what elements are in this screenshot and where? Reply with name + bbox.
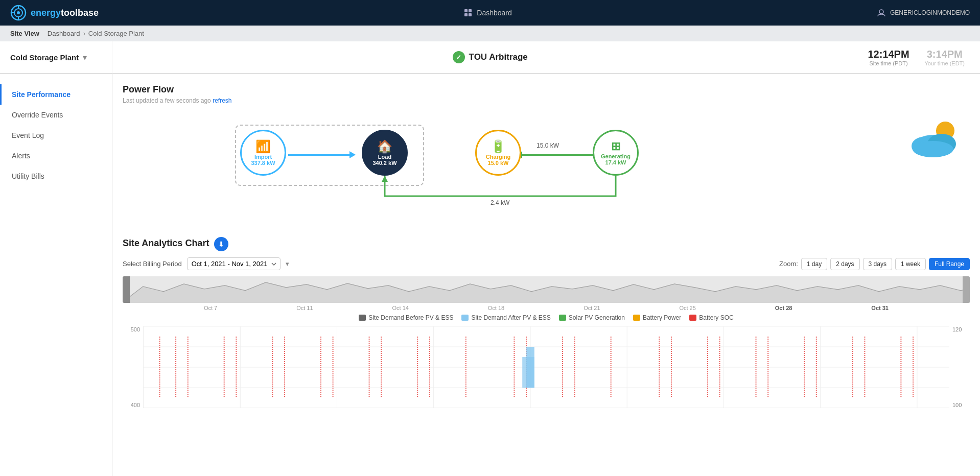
load-circle: 🏠 Load 340.2 kW xyxy=(362,130,408,176)
legend-dot-solar-pv xyxy=(559,315,566,321)
generating-circle: ⊞ Generating 17.4 kW xyxy=(593,130,639,176)
header-bar: Cold Storage Plant ▾ ✓ TOU Arbitrage 12:… xyxy=(0,41,980,74)
legend-battery-soc: Battery SOC xyxy=(689,314,733,321)
legend-site-demand-after: Site Demand After PV & ESS xyxy=(461,314,550,321)
svg-point-2 xyxy=(17,11,20,14)
y-axis-left: 500 400 xyxy=(123,326,143,408)
chevron-down-icon-billing: ▾ xyxy=(286,260,289,268)
site-time-label: Site time (PDT) xyxy=(868,60,909,66)
svg-point-17 xyxy=(913,141,953,157)
charging-circle: 🔋 Charging 15.0 kW xyxy=(475,130,521,176)
your-time-label: Your time (EDT) xyxy=(925,60,965,66)
svg-rect-8 xyxy=(464,13,468,16)
charging-node: 🔋 Charging 15.0 kW xyxy=(475,130,521,176)
chart-svg-area xyxy=(143,326,949,408)
load-node: 🏠 Load 340.2 kW xyxy=(362,130,408,176)
analytics-title: Site Analytics Chart xyxy=(123,238,209,249)
logo[interactable]: energytoolbase xyxy=(10,5,99,21)
legend-solar-pv: Solar PV Generation xyxy=(559,314,625,321)
breadcrumb-current: Cold Storage Plant xyxy=(88,30,144,37)
site-time-block: 12:14PM Site time (PDT) xyxy=(868,49,909,66)
legend-dot-battery-soc xyxy=(689,315,696,321)
site-name: Cold Storage Plant xyxy=(10,53,79,62)
breadcrumb-root[interactable]: Dashboard xyxy=(48,30,80,37)
power-flow-title: Power Flow xyxy=(123,84,970,95)
sidebar-item-site-performance[interactable]: Site Performance xyxy=(0,84,112,105)
arrow-generating-charging: 15.0 kW xyxy=(516,151,594,158)
your-time-block: 3:14PM Your time (EDT) xyxy=(925,49,965,66)
billing-period-label: Select Billing Period xyxy=(123,260,182,268)
svg-rect-66 xyxy=(526,347,534,388)
mini-chart-right-handle[interactable] xyxy=(963,276,970,303)
refresh-link[interactable]: refresh xyxy=(213,97,231,104)
legend-battery-power: Battery Power xyxy=(633,314,681,321)
analytics-header: Site Analytics Chart ⬇ xyxy=(123,237,970,251)
chevron-down-icon: ▾ xyxy=(83,53,87,62)
breadcrumb: Site View Dashboard › Cold Storage Plant xyxy=(0,26,980,41)
sidebar-item-alerts[interactable]: Alerts xyxy=(0,146,112,166)
logo-icon xyxy=(10,5,27,21)
site-time-value: 12:14PM xyxy=(868,49,909,60)
sidebar-item-utility-bills[interactable]: Utility Bills xyxy=(0,166,112,186)
sidebar: Site Performance Override Events Event L… xyxy=(0,74,112,476)
nav-right[interactable]: GENERICLOGINMONDEMO xyxy=(877,8,970,17)
main-layout: Site Performance Override Events Event L… xyxy=(0,74,980,476)
svg-text:2.4 kW: 2.4 kW xyxy=(491,199,510,206)
download-button[interactable]: ⬇ xyxy=(214,237,228,251)
status-dot: ✓ xyxy=(453,51,465,63)
dashboard-icon xyxy=(463,8,473,17)
svg-rect-9 xyxy=(469,13,472,16)
svg-rect-7 xyxy=(469,9,472,12)
cloud-icon xyxy=(908,120,960,162)
sidebar-item-event-log[interactable]: Event Log xyxy=(0,125,112,146)
page-main-title: Site View xyxy=(10,30,39,37)
chart-dates: Oct 7 Oct 11 Oct 14 Oct 18 Oct 21 Oct 25… xyxy=(123,305,970,311)
user-icon xyxy=(877,8,886,17)
legend-site-demand-before: Site Demand Before PV & ESS xyxy=(359,314,453,321)
mini-chart[interactable] xyxy=(123,276,970,303)
top-nav: energytoolbase Dashboard GENERICLOGINMON… xyxy=(0,0,980,26)
billing-period-left: Select Billing Period Oct 1, 2021 - Nov … xyxy=(123,257,289,270)
zoom-label: Zoom: xyxy=(779,260,798,268)
generating-node: ⊞ Generating 17.4 kW xyxy=(593,130,639,176)
zoom-1day-button[interactable]: 1 day xyxy=(801,258,827,270)
billing-period-select[interactable]: Oct 1, 2021 - Nov 1, 2021 xyxy=(187,257,281,270)
user-name: GENERICLOGINMONDEMO xyxy=(890,9,970,16)
billing-period-row: Select Billing Period Oct 1, 2021 - Nov … xyxy=(123,257,970,270)
svg-rect-6 xyxy=(464,9,468,12)
import-node: 📶 Import 337.8 kW xyxy=(240,130,286,176)
legend-dot-battery-power xyxy=(633,315,640,321)
legend-dot-site-demand-before xyxy=(359,315,366,321)
zoom-1week-button[interactable]: 1 week xyxy=(895,258,926,270)
main-chart: 500 400 xyxy=(123,326,970,408)
zoom-fullrange-button[interactable]: Full Range xyxy=(929,258,970,270)
analytics-section: Site Analytics Chart ⬇ Select Billing Pe… xyxy=(123,237,970,408)
logo-text: energytoolbase xyxy=(31,8,99,18)
chart-legend: Site Demand Before PV & ESS Site Demand … xyxy=(123,314,970,321)
nav-center[interactable]: Dashboard xyxy=(463,8,512,17)
status-badge: ✓ TOU Arbitrage xyxy=(112,51,868,63)
zoom-3days-button[interactable]: 3 days xyxy=(863,258,892,270)
power-flow-diagram: 📶 Import 337.8 kW 🏠 Load 340.2 kW xyxy=(123,114,970,217)
sidebar-item-override-events[interactable]: Override Events xyxy=(0,105,112,125)
import-circle: 📶 Import 337.8 kW xyxy=(240,130,286,176)
svg-point-10 xyxy=(879,10,883,14)
power-flow-subtitle: Last updated a few seconds ago refresh xyxy=(123,97,970,104)
site-selector[interactable]: Cold Storage Plant ▾ xyxy=(0,41,112,74)
breadcrumb-separator: › xyxy=(83,30,85,37)
zoom-2days-button[interactable]: 2 days xyxy=(830,258,859,270)
content-area: Power Flow Last updated a few seconds ag… xyxy=(112,74,980,476)
your-time-value: 3:14PM xyxy=(925,49,965,60)
nav-dashboard-label: Dashboard xyxy=(477,9,512,17)
cloud-svg xyxy=(908,120,960,160)
zoom-controls: Zoom: 1 day 2 days 3 days 1 week Full Ra… xyxy=(779,258,970,270)
main-chart-svg xyxy=(144,326,949,408)
mini-chart-left-handle[interactable] xyxy=(123,276,130,303)
y-axis-right: 120 100 xyxy=(949,326,970,408)
mini-chart-svg xyxy=(123,276,970,303)
time-display: 12:14PM Site time (PDT) 3:14PM Your time… xyxy=(868,49,965,66)
status-label: TOU Arbitrage xyxy=(469,52,528,62)
power-flow-section: Power Flow Last updated a few seconds ag… xyxy=(123,84,970,217)
legend-dot-site-demand-after xyxy=(461,315,469,321)
sidebar-nav: Site Performance Override Events Event L… xyxy=(0,84,112,186)
